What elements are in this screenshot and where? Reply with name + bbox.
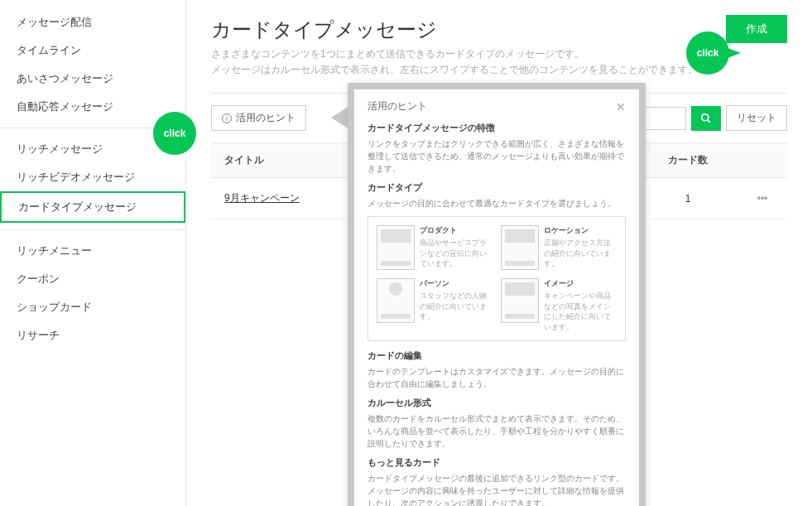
info-icon: i <box>222 113 232 123</box>
sidebar-item-autoreply[interactable]: 自動応答メッセージ <box>0 93 185 121</box>
section-heading: もっと見るカード <box>368 456 626 469</box>
click-callout: click <box>153 112 196 155</box>
search-button[interactable] <box>691 106 721 131</box>
row-actions-button[interactable]: ••• <box>738 180 787 218</box>
sidebar: メッセージ配信 タイムライン あいさつメッセージ 自動応答メッセージ リッチメッ… <box>0 0 186 506</box>
person-thumb-icon <box>377 278 415 323</box>
sidebar-item-research[interactable]: リサーチ <box>0 321 185 349</box>
sidebar-item-richmenu[interactable]: リッチメニュー <box>0 237 185 265</box>
sidebar-item-cardtype[interactable]: カードタイプメッセージ <box>0 191 185 223</box>
sidebar-item-coupon[interactable]: クーポン <box>0 265 185 293</box>
column-count: カード数 <box>638 143 738 177</box>
section-text: メッセージの目的に合わせて最適なカードタイプを選びましょう。 <box>368 197 626 210</box>
hint-trigger-button[interactable]: i 活用のヒント <box>211 105 306 131</box>
modal-close-icon[interactable]: ✕ <box>616 100 626 113</box>
section-text: カードのテンプレートはカスタマイズできます。メッセージの目的に合わせて自由に編集… <box>368 365 626 390</box>
modal-title: 活用のヒント <box>368 99 427 113</box>
location-thumb-icon <box>501 225 539 270</box>
create-button[interactable]: 作成 <box>726 15 787 43</box>
search-icon <box>700 113 712 124</box>
svg-line-1 <box>708 120 710 123</box>
click-callout: click <box>686 31 729 75</box>
section-heading: カードタイプ <box>368 181 626 194</box>
section-heading: カードタイプメッセージの特徴 <box>368 122 626 134</box>
sidebar-item-timeline[interactable]: タイムライン <box>0 36 185 65</box>
section-text: リンクをタップまたはクリックできる範囲が広く、さまざまな情報を整理して送信できる… <box>368 137 626 175</box>
reset-button[interactable]: リセット <box>726 105 787 131</box>
sidebar-item-shopcard[interactable]: ショップカード <box>0 293 185 321</box>
product-thumb-icon <box>377 225 415 270</box>
hint-modal: 活用のヒント ✕ カードタイプメッセージの特徴 リンクをタップまたはクリックでき… <box>348 83 646 506</box>
section-text: 複数のカードをカルーセル形式でまとめて表示できます。そのため、いろんな商品を並べ… <box>368 412 626 450</box>
card-option-person[interactable]: パーソンスタッフなどの人物の紹介に向いています。 <box>377 278 492 332</box>
card-type-grid: プロダクト商品やサービスプランなどの宣伝に向いています。 ロケーション店舗やアク… <box>368 216 626 341</box>
svg-point-0 <box>702 114 709 121</box>
card-option-location[interactable]: ロケーション店舗やアクセス方法の紹介に向いています。 <box>501 225 617 270</box>
section-heading: カードの編集 <box>368 349 626 362</box>
section-heading: カルーセル形式 <box>368 397 626 409</box>
sidebar-item-broadcast[interactable]: メッセージ配信 <box>0 8 185 36</box>
sidebar-item-greeting[interactable]: あいさつメッセージ <box>0 65 185 93</box>
card-option-product[interactable]: プロダクト商品やサービスプランなどの宣伝に向いています。 <box>377 225 492 270</box>
sidebar-item-richvideo[interactable]: リッチビデオメッセージ <box>0 163 185 191</box>
image-thumb-icon <box>501 278 539 323</box>
card-option-image[interactable]: イメージキャンペーンや商品などの写真をメインにした紹介に向いています。 <box>501 278 617 332</box>
section-text: カードタイプメッセージの最後に追加できるリンク型のカードです。メッセージの内容に… <box>368 472 626 506</box>
speech-pointer <box>331 106 349 129</box>
